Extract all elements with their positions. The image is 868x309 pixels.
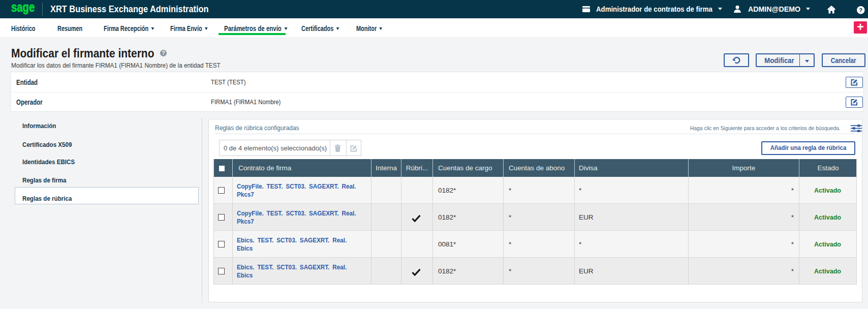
svg-text:?: ? [859, 7, 862, 13]
